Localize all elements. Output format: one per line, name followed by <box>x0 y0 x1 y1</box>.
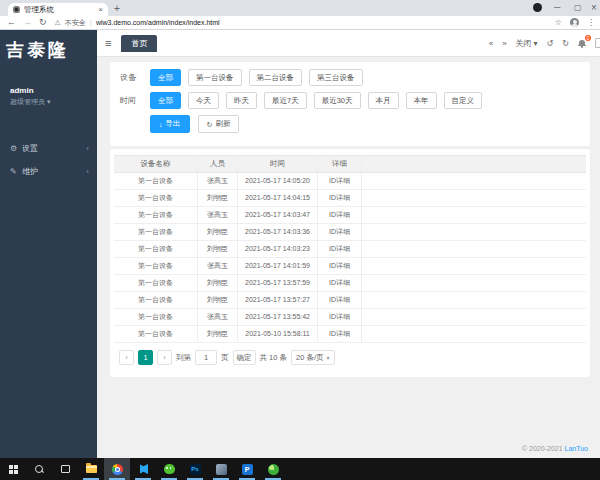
clear-cache-icon[interactable] <box>595 38 600 48</box>
time-filter-button[interactable]: 本年 <box>406 92 437 109</box>
table-header-row: 设备名称 人员 时间 详细 <box>114 155 586 173</box>
sidebar-item[interactable]: ⚙ 设置 ‹ <box>0 137 97 160</box>
cell-person: 张高玉 <box>198 309 238 325</box>
pager-page-1[interactable]: 1 <box>138 350 153 365</box>
not-secure-icon: ⚠ <box>55 19 61 27</box>
page-url: wlw3.demo.com/admin/index/index.html <box>96 19 220 26</box>
taskbar-p-app[interactable]: P <box>234 458 260 480</box>
table-row: 第一台设备 张高玉 2021-05-17 14:05:20 ID详细 <box>114 173 586 190</box>
export-button[interactable]: ↓ 导出 <box>150 115 190 133</box>
table-row: 第一台设备 刘明臣 2021-05-10 15:58:11 ID详细 <box>114 326 586 343</box>
cell-time: 2021-05-10 15:58:11 <box>238 326 318 342</box>
sidebar-item-label: 设置 <box>22 143 86 154</box>
tab-home[interactable]: 首页 <box>121 35 157 52</box>
forward-icon[interactable]: → <box>23 18 32 27</box>
copyright-footer: © 2020-2021 LanTuo <box>522 445 588 452</box>
cell-detail-link[interactable]: ID详细 <box>318 292 362 308</box>
extension-icon[interactable] <box>533 3 542 12</box>
close-tabs-dropdown[interactable]: 关闭 ▾ <box>516 38 538 49</box>
data-table: 设备名称 人员 时间 详细 第一台设备 张高玉 <box>114 155 586 343</box>
task-view-button[interactable] <box>52 458 78 480</box>
cell-detail-link[interactable]: ID详细 <box>318 207 362 223</box>
window-maximize-button[interactable]: ▢ <box>574 1 582 14</box>
hamburger-icon[interactable]: ≡ <box>105 38 111 49</box>
cell-detail-link[interactable]: ID详细 <box>318 326 362 342</box>
collapse-left-icon[interactable]: « <box>489 39 493 48</box>
per-page-select[interactable]: 20 条/页 ▾ <box>291 350 335 365</box>
cell-detail-link[interactable]: ID详细 <box>318 173 362 189</box>
sidebar-item[interactable]: ✎ 维护 ‹ <box>0 160 97 183</box>
refresh-icon[interactable]: ↻ <box>562 39 569 48</box>
pager-confirm-button[interactable]: 确定 <box>233 350 256 365</box>
footer-link[interactable]: LanTuo <box>565 445 588 452</box>
device-filter-button[interactable]: 全部 <box>150 69 181 86</box>
device-filter-button[interactable]: 第二台设备 <box>249 69 303 86</box>
window-minimize-button[interactable]: ─ <box>554 1 560 14</box>
not-secure-label: 不安全 <box>65 18 86 28</box>
time-filter-button[interactable]: 最近30天 <box>314 92 361 109</box>
taskbar-vscode[interactable] <box>130 458 156 480</box>
cell-person: 刘明臣 <box>198 275 238 291</box>
device-filter-label: 设备 <box>120 72 150 83</box>
caret-down-icon: ▾ <box>534 39 538 48</box>
pager-goto-input[interactable] <box>195 350 217 365</box>
time-filter-button[interactable]: 本月 <box>368 92 399 109</box>
taskbar-search-button[interactable] <box>26 458 52 480</box>
device-filter-buttons: 全部 第一台设备 第二台设备 第三台设备 <box>150 69 363 86</box>
browser-tab-title: 管理系统 <box>24 5 94 15</box>
pager-prev-button[interactable]: ‹ <box>119 350 134 365</box>
notification-bell-icon[interactable]: 0 <box>578 39 586 48</box>
taskbar-file-explorer[interactable] <box>78 458 104 480</box>
taskbar-gray-app[interactable] <box>208 458 234 480</box>
device-filter-button[interactable]: 第三台设备 <box>309 69 363 86</box>
taskbar-chrome[interactable] <box>104 458 130 480</box>
time-filter-button[interactable]: 自定义 <box>444 92 483 109</box>
reload-icon[interactable]: ↻ <box>39 18 47 27</box>
browser-tab[interactable]: 管理系统 × <box>8 3 108 16</box>
cell-detail-link[interactable]: ID详细 <box>318 309 362 325</box>
cell-device: 第一台设备 <box>114 258 198 274</box>
time-filter-buttons: 全部 今天 昨天 最近7天 最近30天 本月 <box>150 92 482 109</box>
back-icon[interactable]: ← <box>7 18 16 27</box>
collapse-right-icon[interactable]: » <box>502 39 506 48</box>
cell-person: 刘明臣 <box>198 241 238 257</box>
address-bar[interactable]: ⚠ 不安全 | wlw3.demo.com/admin/index/index.… <box>55 18 555 28</box>
start-button[interactable] <box>0 458 26 480</box>
cell-device: 第一台设备 <box>114 326 198 342</box>
tab-close-icon[interactable]: × <box>98 6 103 14</box>
cell-detail-link[interactable]: ID详细 <box>318 241 362 257</box>
cell-detail-link[interactable]: ID详细 <box>318 224 362 240</box>
window-close-button[interactable]: × <box>591 1 597 14</box>
main-area: ≡ 首页 « » 关闭 ▾ ↺ ↻ 0 <box>97 30 600 458</box>
vscode-icon <box>138 464 148 474</box>
cell-detail-link[interactable]: ID详细 <box>318 190 362 206</box>
download-icon: ↓ <box>159 121 163 128</box>
bookmark-star-icon[interactable]: ☆ <box>555 18 562 27</box>
cell-detail-link[interactable]: ID详细 <box>318 275 362 291</box>
time-filter-button[interactable]: 全部 <box>150 92 181 109</box>
table-row: 第一台设备 刘明臣 2021-05-17 14:03:23 ID详细 <box>114 241 586 258</box>
cell-person: 张高玉 <box>198 258 238 274</box>
refresh-button[interactable]: ↻ 刷新 <box>198 115 240 133</box>
user-role-dropdown[interactable]: 超级管理员 ▾ <box>10 97 97 107</box>
browser-menu-icon[interactable]: ⋮ <box>587 18 595 27</box>
pager-next-button[interactable]: › <box>157 350 172 365</box>
time-filter-button[interactable]: 最近7天 <box>264 92 307 109</box>
sidebar-item-label: 维护 <box>22 166 86 177</box>
time-filter-button[interactable]: 昨天 <box>226 92 257 109</box>
pager-page-unit: 页 <box>221 353 229 363</box>
device-filter-button[interactable]: 第一台设备 <box>188 69 242 86</box>
cell-detail-link[interactable]: ID详细 <box>318 258 362 274</box>
pager-total: 共 10 条 <box>260 353 288 363</box>
time-filter-button[interactable]: 今天 <box>188 92 219 109</box>
taskbar-wechat[interactable] <box>156 458 182 480</box>
taskbar-green-app[interactable] <box>260 458 286 480</box>
caret-down-icon: ▾ <box>47 98 51 105</box>
browser-profile-avatar[interactable] <box>570 18 579 27</box>
table-row: 第一台设备 刘明臣 2021-05-17 13:57:27 ID详细 <box>114 292 586 309</box>
new-tab-button[interactable]: + <box>114 4 120 14</box>
sidebar-menu: ⚙ 设置 ‹ ✎ 维护 ‹ <box>0 137 97 183</box>
taskbar-photoshop[interactable]: Ps <box>182 458 208 480</box>
time-filter-label: 时间 <box>120 95 150 106</box>
undo-icon[interactable]: ↺ <box>547 39 554 48</box>
